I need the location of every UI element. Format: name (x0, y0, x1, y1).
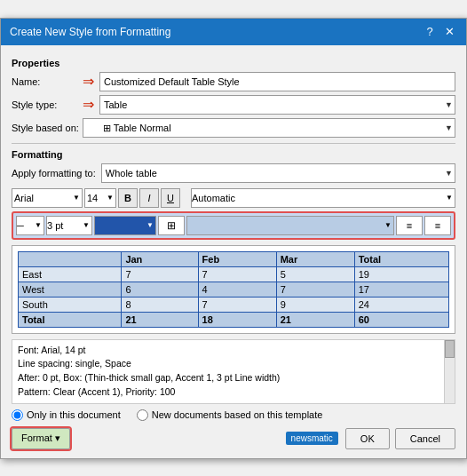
radio-label-1: Only in this document (27, 409, 121, 420)
table-row: Total 21 18 21 60 (19, 312, 449, 327)
cell-east-4: 19 (354, 266, 448, 282)
format-button[interactable]: Format ▾ (12, 428, 70, 449)
radio-label-2: New documents based on this template (152, 409, 323, 420)
preview-header-4: Total (354, 251, 448, 266)
style-type-label: Style type: (12, 99, 83, 110)
table-row: East 7 7 5 19 (19, 266, 449, 282)
info-line-3: After: 0 pt, Box: (Thin-thick small gap,… (18, 371, 449, 385)
cell-east-1: 7 (122, 266, 198, 282)
apply-select[interactable]: Whole table (101, 163, 455, 183)
cell-east-0: East (19, 266, 122, 282)
preview-header-1: Jan (122, 251, 198, 266)
bottom-row: Format ▾ newsmatic OK Cancel (12, 428, 455, 449)
logo-area: newsmatic (286, 432, 338, 445)
name-arrow-icon: ⇒ (83, 75, 94, 89)
cell-total-0: Total (19, 312, 122, 327)
name-label: Name: (12, 76, 83, 87)
radio-option-1[interactable]: Only in this document (12, 409, 121, 421)
name-input[interactable] (99, 72, 455, 91)
cell-west-4: 17 (354, 282, 448, 297)
border-toolbar-row: ─ ▼ 3 pt ▼ ▼ ⊞ (12, 211, 455, 240)
formatting-label: Formatting (12, 149, 455, 160)
cell-south-2: 7 (198, 297, 276, 312)
size-select-wrap: 14 ▼ (84, 188, 116, 208)
preview-header-2: Feb (198, 251, 276, 266)
apply-label-text: Apply formatting to: (12, 168, 96, 178)
help-button[interactable]: ? (422, 24, 438, 40)
info-line-4: Pattern: Clear (Accent 1), Priority: 100 (18, 385, 449, 400)
preview-header-3: Mar (276, 251, 354, 266)
based-on-row: Style based on: ⊞ Table Normal ▼ (12, 118, 455, 138)
align-left-button[interactable]: ≡ (396, 216, 423, 235)
scrollbar[interactable] (444, 340, 455, 403)
cell-south-1: 8 (122, 297, 198, 312)
cell-south-3: 9 (276, 297, 354, 312)
logo-text: newsmatic (286, 432, 338, 445)
line-style-select[interactable]: ─ (16, 216, 44, 235)
line-weight-select[interactable]: 3 pt (46, 216, 92, 235)
based-on-select-wrap: ⊞ Table Normal ▼ (83, 118, 455, 138)
bottom-right: newsmatic OK Cancel (286, 428, 455, 449)
scrollbar-thumb[interactable] (445, 340, 455, 358)
radio-option-2[interactable]: New documents based on this template (137, 409, 323, 421)
preview-header-row: Jan Feb Mar Total (19, 251, 449, 266)
border-color-wrap: ▼ (94, 216, 156, 235)
style-type-label-text: Style type: (12, 99, 57, 110)
dialog-window: Create New Style from Formatting ? ✕ Pro… (0, 18, 467, 459)
radio-input-1[interactable] (12, 409, 23, 421)
dialog-title: Create New Style from Formatting (10, 26, 170, 38)
preview-wrap: Jan Feb Mar Total East 7 7 5 19 (12, 245, 455, 334)
info-box: Font: Arial, 14 pt Line spacing: single,… (12, 339, 455, 404)
border-color-select[interactable] (94, 216, 156, 235)
underline-button[interactable]: U (161, 188, 180, 208)
cell-west-3: 7 (276, 282, 354, 297)
font-select-wrap: Arial ▼ (12, 188, 83, 208)
title-bar-controls: ? ✕ (422, 24, 457, 40)
based-on-select[interactable]: ⊞ Table Normal (83, 118, 455, 138)
bold-button[interactable]: B (118, 188, 138, 208)
color-select-wrap: Automatic ▼ (191, 188, 455, 208)
properties-label: Properties (12, 58, 455, 68)
preview-table: Jan Feb Mar Total East 7 7 5 19 (18, 251, 449, 328)
cell-total-2: 18 (198, 312, 276, 327)
name-label-text: Name: (12, 76, 40, 87)
cancel-button[interactable]: Cancel (395, 428, 455, 449)
font-toolbar-row: Arial ▼ 14 ▼ B I U Automatic ▼ (12, 188, 455, 208)
line-style-wrap: ─ ▼ (16, 216, 44, 235)
ok-button[interactable]: OK (345, 428, 390, 449)
radio-row: Only in this document New documents base… (12, 409, 455, 421)
style-type-arrow-icon: ⇒ (83, 98, 94, 112)
font-select[interactable]: Arial (12, 188, 83, 208)
divider-1 (12, 143, 455, 144)
info-line-1: Font: Arial, 14 pt (18, 344, 449, 358)
cell-west-0: West (19, 282, 122, 297)
cell-east-3: 5 (276, 266, 354, 282)
cell-total-4: 60 (354, 312, 448, 327)
cell-total-3: 21 (276, 312, 354, 327)
size-select[interactable]: 14 (84, 188, 116, 208)
name-row: Name: ⇒ (12, 72, 455, 91)
cell-south-0: South (19, 297, 122, 312)
style-type-select-wrap: Table ▼ (99, 95, 455, 115)
italic-button[interactable]: I (139, 188, 159, 208)
cell-east-2: 7 (198, 266, 276, 282)
style-type-select[interactable]: Table (99, 95, 455, 115)
dialog-body: Properties Name: ⇒ Style type: ⇒ (1, 45, 466, 458)
radio-input-2[interactable] (137, 409, 148, 421)
shading-wrap: ▼ (186, 216, 394, 235)
align-left-icon: ≡ (407, 220, 412, 231)
shading-select[interactable] (186, 216, 394, 235)
align-right-icon: ≡ (435, 220, 440, 231)
cell-total-1: 21 (122, 312, 198, 327)
apply-select-wrap: Whole table ▼ (101, 163, 455, 183)
color-select[interactable]: Automatic (191, 188, 455, 208)
border-grid-button[interactable]: ⊞ (158, 216, 185, 235)
close-button[interactable]: ✕ (441, 24, 457, 40)
ok-cancel-row: OK Cancel (345, 428, 455, 449)
title-bar: Create New Style from Formatting ? ✕ (1, 19, 466, 45)
based-on-label: Style based on: (12, 123, 83, 133)
style-type-row: Style type: ⇒ Table ▼ (12, 95, 455, 115)
align-right-button[interactable]: ≡ (424, 216, 451, 235)
border-grid-icon: ⊞ (167, 219, 176, 232)
table-row: West 6 4 7 17 (19, 282, 449, 297)
